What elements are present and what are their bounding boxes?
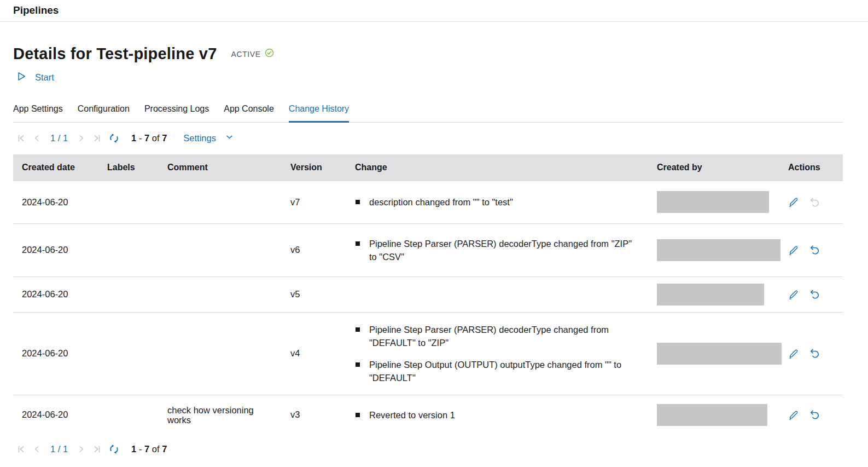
created-date-cell: 2024-06-20 (13, 395, 98, 435)
change-item: Pipeline Step Parser (PARSER) decoderTyp… (355, 323, 639, 349)
redacted-user (657, 191, 769, 213)
created-date-cell: 2024-06-20 (13, 181, 98, 223)
tab-change-history[interactable]: Change History (289, 104, 349, 123)
change-item: description changed from "" to "test" (355, 195, 639, 209)
settings-button[interactable]: Settings (183, 133, 234, 143)
table-row: 2024-06-20 v6 Pipeline Step Parser (PARS… (13, 223, 843, 276)
created-date-cell: 2024-06-20 (13, 276, 98, 312)
change-item: Pipeline Step Parser (PARSER) decoderTyp… (355, 237, 639, 263)
next-page-button[interactable] (77, 445, 85, 453)
comment-cell (159, 312, 282, 395)
actions-cell (779, 181, 843, 223)
of-label: of (152, 133, 160, 143)
main-content: Details for Test-pipeline v7 ACTIVE Star… (0, 45, 868, 454)
tab-processing-logs[interactable]: Processing Logs (144, 104, 209, 123)
check-circle-icon (265, 48, 274, 60)
pencil-icon[interactable] (788, 197, 799, 207)
created-by-cell (648, 223, 779, 276)
change-item: Pipeline Step Output (OUTPUT) outputType… (355, 358, 639, 384)
range-start: 1 (131, 133, 136, 143)
created-by-cell (648, 312, 779, 395)
page-indicator: 1 / 1 (50, 133, 68, 143)
table-row: 2024-06-20 v4 Pipeline Step Parser (PARS… (13, 312, 843, 395)
version-cell: v6 (282, 223, 346, 276)
pagination-bottom: 1 / 1 1 - 7 of 7 (13, 435, 843, 454)
prev-page-button[interactable] (33, 445, 41, 453)
table-row: 2024-06-20 check how versioning works v3… (13, 395, 843, 435)
next-page-button[interactable] (77, 134, 85, 142)
range-text: 1 - 7 of 7 (131, 133, 167, 143)
range-separator: - (139, 133, 142, 143)
last-page-button[interactable] (92, 445, 102, 454)
change-cell: description changed from "" to "test" (346, 181, 648, 223)
first-page-button[interactable] (16, 445, 26, 454)
start-label: Start (35, 72, 54, 83)
redacted-user (657, 284, 764, 305)
settings-label: Settings (183, 133, 216, 143)
undo-icon[interactable] (809, 348, 821, 359)
column-actions: Actions (779, 154, 843, 181)
actions-cell (779, 223, 843, 276)
chevron-down-icon (225, 133, 234, 143)
refresh-icon[interactable] (109, 444, 119, 454)
table-header-row: Created date Labels Comment Version Chan… (13, 154, 843, 181)
column-change: Change (346, 154, 648, 181)
pencil-icon[interactable] (788, 289, 799, 300)
pencil-icon[interactable] (788, 245, 799, 256)
app-title: Pipelines (13, 4, 855, 16)
tab-app-console[interactable]: App Console (224, 104, 274, 123)
change-cell: Reverted to version 1 (346, 395, 648, 435)
of-label: of (152, 444, 160, 454)
tab-configuration[interactable]: Configuration (78, 104, 130, 123)
start-button[interactable]: Start (13, 71, 54, 84)
redacted-user (657, 239, 780, 261)
tab-app-settings[interactable]: App Settings (13, 104, 63, 123)
labels-cell (98, 223, 159, 276)
change-history-table: Created date Labels Comment Version Chan… (13, 154, 843, 435)
pencil-icon[interactable] (788, 348, 799, 359)
comment-cell: check how versioning works (159, 395, 282, 435)
column-comment: Comment (159, 154, 282, 181)
labels-cell (98, 395, 159, 435)
undo-icon[interactable] (809, 409, 821, 420)
undo-icon[interactable] (809, 197, 821, 208)
table-row: 2024-06-20 v7 description changed from "… (13, 181, 843, 223)
pagination-top: 1 / 1 1 - 7 of 7 Settings (13, 123, 843, 154)
undo-icon[interactable] (809, 289, 821, 300)
created-date-cell: 2024-06-20 (13, 312, 98, 395)
status-label: ACTIVE (231, 50, 261, 59)
page-indicator: 1 / 1 (50, 444, 68, 454)
pencil-icon[interactable] (788, 410, 799, 420)
range-total: 7 (162, 133, 167, 143)
redacted-user (657, 404, 767, 426)
change-item: Reverted to version 1 (355, 408, 639, 422)
comment-cell (159, 276, 282, 312)
comment-cell (159, 223, 282, 276)
play-icon (15, 71, 27, 84)
created-by-cell (648, 181, 779, 223)
last-page-button[interactable] (92, 134, 102, 143)
labels-cell (98, 276, 159, 312)
range-separator: - (139, 444, 142, 454)
undo-icon[interactable] (809, 244, 821, 256)
prev-page-button[interactable] (33, 134, 41, 142)
actions-cell (779, 395, 843, 435)
labels-cell (98, 181, 159, 223)
column-created-date: Created date (13, 154, 98, 181)
range-start: 1 (131, 444, 136, 454)
range-end: 7 (144, 133, 149, 143)
first-page-button[interactable] (16, 134, 26, 143)
range-text: 1 - 7 of 7 (131, 444, 167, 454)
refresh-icon[interactable] (109, 133, 119, 143)
version-cell: v3 (282, 395, 346, 435)
tab-bar: App Settings Configuration Processing Lo… (13, 104, 843, 123)
range-total: 7 (162, 444, 167, 454)
table-row: 2024-06-20 v5 (13, 276, 843, 312)
column-version: Version (282, 154, 346, 181)
column-created-by: Created by (648, 154, 779, 181)
page-title: Details for Test-pipeline v7 (13, 45, 217, 63)
created-by-cell (648, 276, 779, 312)
top-bar: Pipelines (0, 0, 868, 22)
created-by-cell (648, 395, 779, 435)
created-date-cell: 2024-06-20 (13, 223, 98, 276)
